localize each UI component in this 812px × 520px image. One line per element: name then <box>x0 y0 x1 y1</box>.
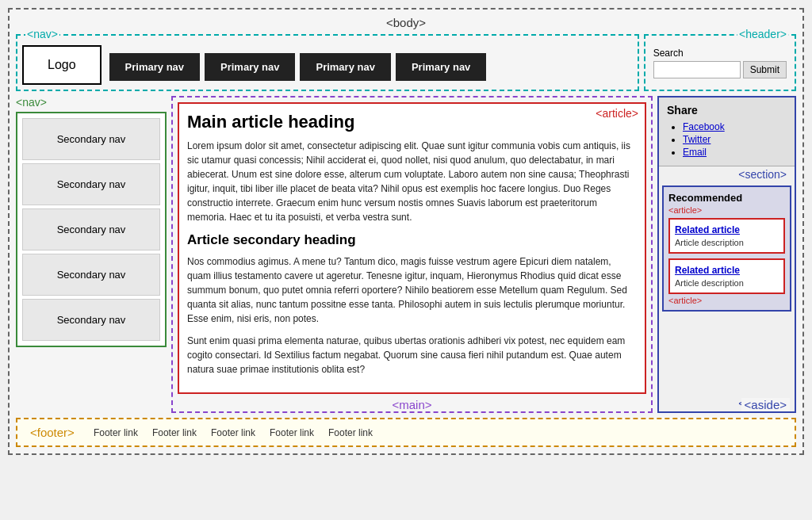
left-nav-nav-label: <nav> <box>16 96 167 109</box>
share-section: Share Facebook Twitter Email <box>659 98 795 166</box>
footer-link-2[interactable]: Footer link <box>152 427 197 438</box>
footer-link-3[interactable]: Footer link <box>211 427 255 438</box>
share-email[interactable]: Email <box>683 147 787 158</box>
footer-area: <footer> Footer link Footer link Footer … <box>16 418 796 447</box>
article-label: <article> <box>596 107 638 120</box>
secondary-nav-item-5[interactable]: Secondary nav <box>22 299 160 341</box>
recommended-title: Recommended <box>668 192 785 204</box>
facebook-link[interactable]: Facebook <box>683 121 725 132</box>
share-facebook[interactable]: Facebook <box>683 121 787 132</box>
nav-top-inner: Logo Primary nav Primary nav Primary nav… <box>22 40 633 85</box>
related-article-title-2[interactable]: Related article <box>675 265 779 276</box>
recommended-section: Recommended <article> Related article Ar… <box>662 185 791 312</box>
secondary-nav-item-3[interactable]: Secondary nav <box>22 208 160 250</box>
footer-link-5[interactable]: Footer link <box>328 427 373 438</box>
left-nav: Secondary nav Secondary nav Secondary na… <box>16 112 167 347</box>
footer-link-1[interactable]: Footer link <box>94 427 138 438</box>
main-area: <nav> Secondary nav Secondary nav Second… <box>16 96 796 413</box>
article-box: <article> Main article heading Lorem ips… <box>178 102 646 394</box>
search-row: Submit <box>653 61 787 78</box>
recommended-article-label-2: <article> <box>668 296 785 305</box>
nav-top-label: <nav> <box>25 28 59 40</box>
article-paragraph-1: Lorem ipsum dolor sit amet, consectetur … <box>187 139 637 224</box>
primary-nav-btn-4[interactable]: Primary nav <box>396 53 486 81</box>
logo-box: Logo <box>22 45 102 85</box>
body-wrapper: <body> <nav> Logo Primary nav Primary na… <box>8 8 804 455</box>
article-main-heading: Main article heading <box>187 112 637 132</box>
article-paragraph-2: Nos commodius agimus. A mene tu? Tantum … <box>187 254 637 326</box>
search-submit-button[interactable]: Submit <box>743 61 787 78</box>
related-article-box-1: Related article Article description <box>668 218 785 254</box>
article-paragraph-3: Sunt enim quasi prima elementa naturae, … <box>187 334 637 377</box>
search-input[interactable] <box>653 61 741 78</box>
primary-nav-btn-3[interactable]: Primary nav <box>300 53 390 81</box>
secondary-nav-item-1[interactable]: Secondary nav <box>22 118 160 160</box>
nav-top: <nav> Logo Primary nav Primary nav Prima… <box>16 34 639 91</box>
search-label: Search <box>653 48 787 59</box>
secondary-nav-item-2[interactable]: Secondary nav <box>22 163 160 205</box>
header-box-label: <header> <box>737 28 788 40</box>
related-article-box-2: Related article Article description <box>668 258 785 294</box>
email-link[interactable]: Email <box>683 147 707 158</box>
main-label: <main> <box>389 398 435 411</box>
share-list: Facebook Twitter Email <box>667 121 787 158</box>
primary-nav-btn-2[interactable]: Primary nav <box>205 53 295 81</box>
footer-link-4[interactable]: Footer link <box>270 427 314 438</box>
nav-items: Primary nav Primary nav Primary nav Prim… <box>109 53 487 81</box>
secondary-nav-item-4[interactable]: Secondary nav <box>22 254 160 296</box>
related-article-desc-1: Article description <box>675 238 779 247</box>
center-main: <article> Main article heading Lorem ips… <box>171 96 653 413</box>
section-label-top: <section> <box>735 166 790 182</box>
aside-label: <aside> <box>741 398 790 411</box>
header-row: <nav> Logo Primary nav Primary nav Prima… <box>16 34 796 91</box>
header-box: <header> Search Submit <box>644 34 796 91</box>
primary-nav-btn-1[interactable]: Primary nav <box>109 53 200 81</box>
related-article-title-1[interactable]: Related article <box>675 224 779 235</box>
footer-label: <footer> <box>30 426 75 439</box>
article-sub-heading: Article secondary heading <box>187 232 637 248</box>
left-nav-outer: <nav> Secondary nav Secondary nav Second… <box>16 96 167 413</box>
share-title: Share <box>667 104 787 117</box>
recommended-article-label: <article> <box>668 205 785 215</box>
related-article-desc-2: Article description <box>675 278 779 288</box>
share-twitter[interactable]: Twitter <box>683 134 787 145</box>
right-aside: Share Facebook Twitter Email <section> R… <box>657 96 796 413</box>
body-label: <body> <box>16 16 796 29</box>
twitter-link[interactable]: Twitter <box>683 134 710 145</box>
